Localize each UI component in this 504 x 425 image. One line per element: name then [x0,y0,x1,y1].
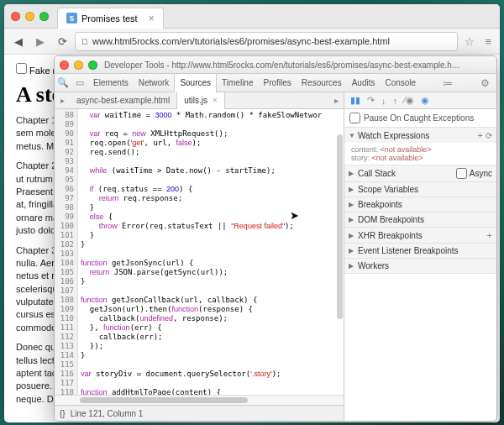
brackets-icon[interactable]: {} [60,409,66,418]
menu-icon[interactable]: ≡ [481,35,495,48]
pause-on-caught-checkbox[interactable] [349,113,360,123]
step-over-icon[interactable]: ↷ [365,95,377,106]
add-watch-icon[interactable]: + [478,130,483,140]
inspect-icon[interactable]: 🔍 [55,77,71,88]
step-into-icon[interactable]: ↓ [379,96,389,106]
cursor-position: Line 121, Column 1 [71,409,144,418]
debugger-sidebar: ▮▮ ↷ ↓ ↑ ⁄◉ ◉ Pause On Caught Exceptions… [344,92,496,421]
async-checkbox[interactable] [456,168,467,179]
page-icon: 🗋 [81,37,89,46]
devtools-panel-tabs: 🔍 ▭ Elements Network Sources Timeline Pr… [55,74,496,92]
zoom-window-button[interactable] [88,60,97,70]
browser-tab[interactable]: 5 Promises test × [57,8,164,29]
scope-header[interactable]: ▶Scope Variables [344,182,496,197]
devtools-window: Developer Tools - http://www.html5rocks.… [54,55,497,422]
address-bar[interactable]: 🗋 www.html5rocks.com/en/tutorials/es6/pr… [75,32,458,51]
tab-resources[interactable]: Resources [297,74,347,92]
workers-header[interactable]: ▶Workers [344,259,496,273]
navigator-icon[interactable]: ▸ [55,96,70,105]
section-watch: ▼Watch Expressions+⟳ content: <not avail… [344,128,496,165]
scrollbar-horizontal[interactable] [55,395,344,405]
device-icon[interactable]: ▭ [71,77,88,88]
tab-audits[interactable]: Audits [347,74,381,92]
window-controls [11,12,49,21]
browser-tabstrip: 5 Promises test × [4,4,500,29]
close-window-button[interactable] [11,12,20,21]
reload-button[interactable]: ⟳ [53,33,71,50]
watch-header[interactable]: ▼Watch Expressions+⟳ [344,128,496,143]
close-window-button[interactable] [60,60,69,70]
minimize-window-button[interactable] [25,12,34,21]
drawer-icon[interactable]: ≔ [436,77,459,89]
minimize-window-button[interactable] [74,60,83,70]
pause-on-caught-row[interactable]: Pause On Caught Exceptions [344,109,496,128]
devtools-body: ▸ async-best-example.html utils.js× ▸ 88… [55,92,496,421]
tab-title: Promises test [81,13,138,24]
devtools-title: Developer Tools - http://www.html5rocks.… [104,60,460,70]
dom-bp-header[interactable]: ▶DOM Breakpoints [344,212,496,227]
watch-body: content: <not available> story: <not ava… [344,143,496,165]
more-tabs-icon[interactable]: ▸ [328,96,344,105]
file-tab-html[interactable]: async-best-example.html [70,92,177,109]
close-file-icon[interactable]: × [213,96,218,105]
tab-elements[interactable]: Elements [88,74,134,92]
breakpoints-header[interactable]: ▶Breakpoints [344,197,496,212]
pause-icon[interactable]: ▮▮ [348,95,363,106]
tab-sources[interactable]: Sources [174,74,217,92]
zoom-window-button[interactable] [39,12,49,21]
code-panel: ▸ async-best-example.html utils.js× ▸ 88… [55,92,344,421]
refresh-watch-icon[interactable]: ⟳ [486,131,492,140]
event-bp-header[interactable]: ▶Event Listener Breakpoints [344,244,496,258]
status-bar: {} Line 121, Column 1 [55,405,344,421]
favicon-icon: 5 [66,13,77,24]
tab-network[interactable]: Network [134,74,175,92]
bookmark-icon[interactable]: ☆ [461,35,478,48]
callstack-header[interactable]: ▶Call StackAsync [344,165,496,181]
code-text[interactable]: var waitTime = 3000 * Math.random() * fa… [78,109,344,395]
xhr-bp-header[interactable]: ▶XHR Breakpoints+ [344,228,496,243]
back-button[interactable]: ◀ [9,33,28,50]
devtools-titlebar[interactable]: Developer Tools - http://www.html5rocks.… [55,56,496,74]
scrollbar-vertical[interactable] [337,134,343,319]
pause-exceptions-icon[interactable]: ◉ [418,95,432,106]
mouse-cursor-icon: ➤ [290,209,299,222]
forward-button[interactable]: ▶ [31,33,50,50]
line-gutter[interactable]: 88 89 90 91 92 93 94 95 96 97 98 99 100 … [55,109,78,395]
tab-console[interactable]: Console [380,74,421,92]
tab-profiles[interactable]: Profiles [258,74,296,92]
debug-controls: ▮▮ ↷ ↓ ↑ ⁄◉ ◉ [344,92,496,109]
step-out-icon[interactable]: ↑ [391,96,401,106]
devtools-window-controls [60,60,97,70]
tab-timeline[interactable]: Timeline [217,74,258,92]
add-xhr-bp-icon[interactable]: + [487,230,492,240]
settings-icon[interactable]: ⚙ [474,77,496,89]
toolbar: ◀ ▶ ⟳ 🗋 www.html5rocks.com/en/tutorials/… [4,29,500,55]
file-tab-utils[interactable]: utils.js× [177,92,225,109]
close-tab-icon[interactable]: × [149,13,155,24]
url-text: www.html5rocks.com/en/tutorials/es6/prom… [92,36,390,46]
deactivate-bp-icon[interactable]: ⁄◉ [402,95,417,106]
file-tabs: ▸ async-best-example.html utils.js× ▸ [55,92,344,109]
code-editor[interactable]: 88 89 90 91 92 93 94 95 96 97 98 99 100 … [55,109,344,395]
